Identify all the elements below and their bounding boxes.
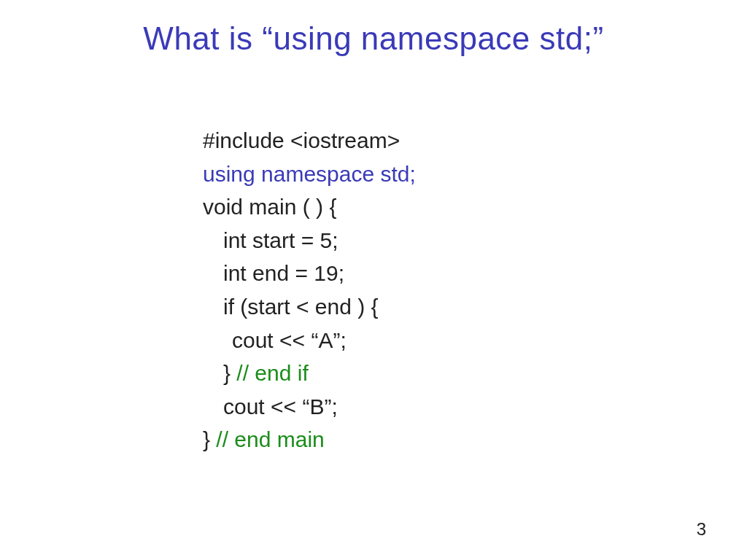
code-line-cout-b: cout << “B”; <box>203 390 416 424</box>
slide-title: What is “using namespace std;” <box>0 20 747 57</box>
code-line-include: #include <iostream> <box>203 124 416 158</box>
code-line-main-open: void main ( ) { <box>203 190 416 224</box>
slide: What is “using namespace std;” #include … <box>0 0 747 560</box>
code-line-if-open: if (start < end ) { <box>203 290 416 324</box>
code-line-cout-a: cout << “A”; <box>203 324 416 357</box>
code-comment-endif: // end if <box>236 361 308 385</box>
code-comment-endmain: // end main <box>216 427 324 451</box>
code-line-using-namespace: using namespace std; <box>203 158 416 191</box>
code-block: #include <iostream> using namespace std;… <box>203 124 416 456</box>
code-brace-close-main: } <box>203 427 216 451</box>
code-line-int-end: int end = 19; <box>203 257 416 290</box>
code-line-endmain: } // end main <box>203 423 416 456</box>
page-number: 3 <box>697 519 706 540</box>
code-line-endif: } // end if <box>203 357 416 390</box>
code-brace-close-if: } <box>223 361 236 385</box>
code-line-int-start: int start = 5; <box>203 224 416 257</box>
